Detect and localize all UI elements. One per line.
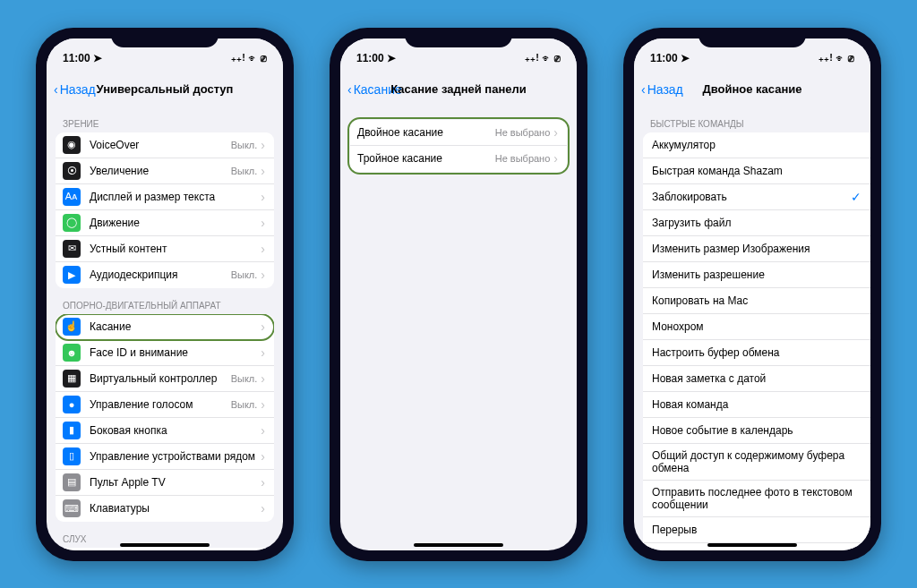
option-label: Копировать на Mac <box>652 294 861 307</box>
voiceover-icon: ◉ <box>63 136 81 154</box>
shortcut-option[interactable]: Изменить разрешение <box>643 262 870 288</box>
row-label: Дисплей и размер текста <box>90 191 261 203</box>
row-label: Управление устройствами рядом <box>90 450 261 463</box>
shortcut-option[interactable]: Изменить размер Изображения <box>643 236 870 262</box>
display-icon: Aᴀ <box>63 188 81 206</box>
battery-icon: ⎚ <box>261 53 267 64</box>
nav-bar: ‹ Касание Касание задней панели <box>340 72 577 107</box>
phone-double-tap: 11:00➤ ₊₊!ᯤ⎚ ‹ Назад Двойное касание БЫС… <box>623 28 881 561</box>
chevron-right-icon: › <box>261 449 265 464</box>
row-label: Устный контент <box>90 243 261 255</box>
option-label: Заблокировать <box>652 191 851 203</box>
cell-icon: ₊₊! <box>818 52 833 64</box>
row-label: Face ID и внимание <box>90 346 261 359</box>
phone-back-tap: 11:00➤ ₊₊!ᯤ⎚ ‹ Касание Касание задней па… <box>330 28 587 561</box>
option-label: Изменить разрешение <box>652 268 861 281</box>
list-row-faceid[interactable]: ☻Face ID и внимание› <box>56 340 274 366</box>
list-row-audio-desc[interactable]: ▶АудиодескрипцияВыкл.› <box>56 262 274 288</box>
back-button[interactable]: ‹ Назад <box>641 82 683 97</box>
row-label: Пульт Apple TV <box>90 476 261 489</box>
chevron-right-icon: › <box>261 242 265 256</box>
list-row-motion[interactable]: ◯Движение› <box>56 210 274 236</box>
row-value: Выкл. <box>231 269 258 280</box>
chevron-right-icon: › <box>553 125 558 140</box>
row-value: Не выбрано <box>495 127 551 138</box>
row-label: Движение <box>90 217 261 229</box>
row-label: Касание <box>90 320 261 333</box>
shortcut-option[interactable]: Новое событие в календарь <box>643 418 870 444</box>
shortcut-option[interactable]: Новая команда <box>643 392 870 418</box>
location-icon: ➤ <box>93 52 102 64</box>
shortcut-option[interactable]: Отправить последнее фото в текстовом соо… <box>643 481 870 517</box>
list-row-remote[interactable]: ▤Пульт Apple TV› <box>56 470 274 496</box>
shortcut-option[interactable]: Аккумулятор <box>643 132 870 158</box>
list-row-voiceover[interactable]: ◉VoiceOverВыкл.› <box>56 132 274 158</box>
option-label: Аккумулятор <box>652 139 861 151</box>
chevron-right-icon: › <box>261 268 265 282</box>
chevron-left-icon: ‹ <box>641 82 646 97</box>
touch-icon: ☝ <box>63 318 81 336</box>
shortcut-option[interactable]: Новая заметка с датой <box>643 366 870 392</box>
chevron-right-icon: › <box>261 397 265 412</box>
list-row-voice[interactable]: ●Управление голосомВыкл.› <box>56 392 274 418</box>
shortcut-option[interactable]: Перерыв <box>643 517 870 543</box>
chevron-right-icon: › <box>261 475 265 490</box>
cell-icon: ₊₊! <box>525 52 539 64</box>
home-indicator[interactable] <box>120 543 210 547</box>
row-label: Увеличение <box>90 165 231 177</box>
shortcut-option[interactable]: Монохром <box>643 314 870 340</box>
shortcut-option[interactable]: Загрузить файл <box>643 210 870 236</box>
shortcut-option[interactable]: Общий доступ к содержимому буфера обмена <box>643 444 870 481</box>
row-value: Не выбрано <box>495 153 551 164</box>
keyboard-icon: ⌨ <box>63 499 81 517</box>
home-indicator[interactable] <box>707 543 797 547</box>
nav-bar: ‹ Назад Универсальный доступ <box>47 72 283 107</box>
home-indicator[interactable] <box>414 543 503 547</box>
chevron-right-icon: › <box>261 423 265 438</box>
wifi-icon: ᯤ <box>542 53 552 64</box>
option-label: Новая команда <box>652 398 861 411</box>
list-row-keyboard[interactable]: ⌨Клавиатуры› <box>56 496 274 522</box>
chevron-left-icon: ‹ <box>347 82 352 97</box>
list-row-hearing[interactable]: ☊Слуховые устройства› <box>56 548 274 550</box>
row-value: Выкл. <box>231 373 258 384</box>
row-label: Аудиодескрипция <box>90 268 231 281</box>
location-icon: ➤ <box>681 52 690 64</box>
shortcut-option[interactable]: Настроить буфер обмена <box>643 340 870 366</box>
cell-icon: ₊₊! <box>231 52 245 64</box>
row-value: Выкл. <box>231 166 258 176</box>
list-row-nearby[interactable]: ▯Управление устройствами рядом› <box>56 444 274 470</box>
back-tap-row[interactable]: Тройное касаниеНе выбрано› <box>350 146 567 172</box>
notch <box>111 28 219 47</box>
list-row-side[interactable]: ▮Боковая кнопка› <box>56 418 274 444</box>
shortcut-option[interactable]: Быстрая команда Shazam <box>643 158 870 184</box>
voice-icon: ● <box>63 396 81 413</box>
back-button[interactable]: ‹ Назад <box>54 82 96 97</box>
option-label: Быстрая команда Shazam <box>652 165 861 177</box>
faceid-icon: ☻ <box>63 344 81 362</box>
list-row-spoken[interactable]: ✉Устный контент› <box>56 236 274 262</box>
option-label: Общий доступ к содержимому буфера обмена <box>652 449 861 474</box>
row-label: Управление голосом <box>90 398 231 411</box>
list-row-zoom[interactable]: ⦿УвеличениеВыкл.› <box>56 158 274 184</box>
list-row-display[interactable]: AᴀДисплей и размер текста› <box>56 184 274 210</box>
shortcut-option[interactable]: Копировать на Mac <box>643 288 870 314</box>
list-row-switch[interactable]: ▦Виртуальный контроллерВыкл.› <box>56 366 274 392</box>
notch <box>405 28 512 47</box>
chevron-right-icon: › <box>261 190 265 204</box>
chevron-right-icon: › <box>553 151 558 166</box>
section-header-motor: ОПОРНО-ДВИГАТЕЛЬНЫЙ АППАРАТ <box>56 288 274 314</box>
wifi-icon: ᯤ <box>248 53 258 64</box>
option-label: Загрузить файл <box>652 217 861 229</box>
shortcut-option[interactable]: Заблокировать✓ <box>643 184 870 210</box>
zoom-icon: ⦿ <box>63 162 81 180</box>
chevron-left-icon: ‹ <box>54 82 58 97</box>
nearby-icon: ▯ <box>63 447 81 465</box>
option-label: Показать снимки экрана <box>652 550 861 550</box>
notch <box>698 28 806 47</box>
list-row-touch[interactable]: ☝Касание› <box>56 314 274 340</box>
row-label: Тройное касание <box>357 152 495 165</box>
chevron-right-icon: › <box>261 138 265 152</box>
back-tap-row[interactable]: Двойное касаниеНе выбрано› <box>350 120 567 146</box>
location-icon: ➤ <box>387 52 396 64</box>
